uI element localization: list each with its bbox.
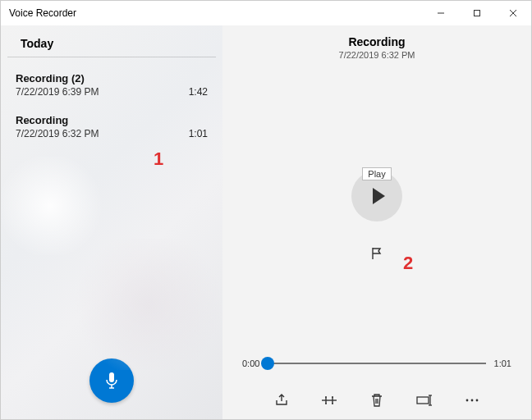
rename-icon [416,395,433,406]
scrub-track[interactable] [268,363,485,364]
recording-item[interactable]: Recording 7/22/2019 6:32 PM 1:01 [1,106,222,148]
action-bar [222,391,531,409]
recording-date: 7/22/2019 6:32 PM [16,128,189,139]
rename-button[interactable] [415,391,433,409]
detail-date: 7/22/2019 6:32 PM [339,50,415,60]
recording-date: 7/22/2019 6:39 PM [16,86,189,98]
detail-pane: Recording 7/22/2019 6:32 PM Play 0:00 [222,25,531,419]
microphone-icon [103,371,120,390]
share-button[interactable] [273,391,291,409]
share-icon [274,393,289,408]
more-button[interactable] [463,391,481,409]
svg-rect-1 [475,11,480,16]
delete-button[interactable] [368,391,386,409]
svg-point-14 [476,399,479,402]
trim-icon [321,393,337,408]
minimize-button[interactable] [423,1,459,25]
trash-icon [370,393,383,408]
window-controls [423,1,531,25]
detail-title: Recording [339,35,415,48]
section-header-today: Today [7,25,216,57]
ellipsis-icon [465,398,479,403]
svg-rect-8 [417,397,429,404]
title-bar: Voice Recorder [1,1,531,25]
recording-title: Recording [16,114,189,126]
svg-point-13 [471,399,474,402]
scrub-bar[interactable]: 0:00 1:01 [242,358,511,368]
maximize-button[interactable] [459,1,495,25]
svg-point-12 [466,399,469,402]
time-total: 1:01 [494,358,511,368]
play-icon [373,188,385,204]
svg-rect-4 [109,372,114,382]
trim-button[interactable] [320,391,338,409]
recordings-sidebar: Today Recording (2) 7/22/2019 6:39 PM 1:… [1,25,222,419]
app-title: Voice Recorder [9,7,423,19]
recording-duration: 1:01 [189,128,208,139]
close-button[interactable] [495,1,531,25]
record-button[interactable] [89,358,134,403]
add-marker-button[interactable] [368,244,386,262]
time-current: 0:00 [242,358,259,368]
recordings-list: Recording (2) 7/22/2019 6:39 PM 1:42 Rec… [1,57,222,344]
scrub-thumb[interactable] [261,357,274,370]
recording-title: Recording (2) [16,72,189,84]
recording-duration: 1:42 [189,86,208,98]
play-button[interactable]: Play [351,171,402,221]
flag-icon [369,246,384,261]
play-tooltip: Play [362,167,391,180]
recording-item[interactable]: Recording (2) 7/22/2019 6:39 PM 1:42 [1,64,222,106]
